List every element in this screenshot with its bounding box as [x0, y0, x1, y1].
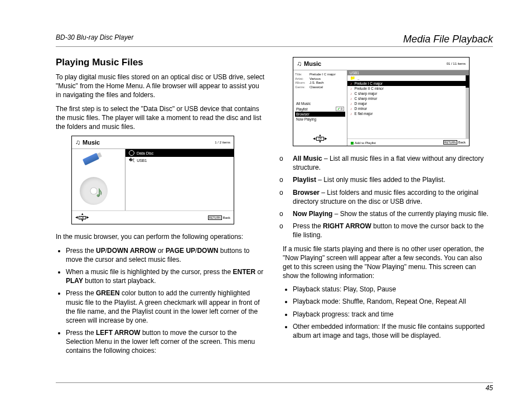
menu-all-music[interactable]: All Music — [295, 101, 345, 106]
choice-all-music: All Music – List all music files in a fl… — [293, 154, 493, 172]
return-hint: RETURNBack — [208, 215, 230, 220]
dpad-ok-hint: ▲ ◀OK▶ ▼ — [75, 213, 89, 222]
file-row[interactable]: ♪Prelude II C minor — [347, 86, 466, 91]
green-button-icon — [351, 142, 354, 145]
note-icon: ♪ — [350, 92, 352, 95]
intro-para-1: To play digital music files stored on an… — [56, 73, 266, 100]
right-column: Music 01 / 11 items Title:Prelude I C ma… — [283, 57, 493, 360]
disc-icon — [80, 177, 108, 205]
selection-menu: All Music Playlist✔0 Browser Now Playing — [295, 101, 345, 122]
choice-right-arrow: Press the RIGHT ARROW button to move the… — [293, 222, 493, 239]
note-on-disc-icon: ♪ — [95, 183, 103, 200]
ui2-counter: 01 / 11 items — [447, 62, 466, 65]
choice-browser: Browser – List folders and music files a… — [293, 188, 493, 206]
info-bullet-2: Playback mode: Shuffle, Random, Repeat O… — [293, 297, 493, 306]
choice-playlist: Playlist – List only music files added t… — [293, 175, 493, 184]
music-browser-root-screenshot: Music 1 / 2 items ♪ Data Disc �ξUSB1 — [71, 136, 234, 224]
note-icon: ♪ — [350, 87, 352, 90]
device-row-data-disc[interactable]: Data Disc — [125, 149, 234, 157]
file-row[interactable]: ♪C sharp minor — [347, 96, 466, 101]
device-row-usb1[interactable]: �ξUSB1 — [125, 157, 234, 164]
menu-playlist[interactable]: Playlist✔0 — [295, 106, 345, 112]
file-row-up[interactable]: .. — [347, 75, 466, 81]
note-icon: ♪ — [350, 102, 352, 106]
ui2-title: Music — [304, 60, 321, 67]
note-icon: ♪ — [350, 97, 352, 100]
file-row[interactable]: ♪D major — [347, 101, 466, 106]
choice-now-playing: Now Playing – Show the status of the cur… — [293, 209, 493, 218]
op-bullet-1: Press the UP/DOWN ARROW or PAGE UP/DOWN … — [66, 246, 266, 264]
note-icon: ♪ — [350, 112, 352, 116]
info-bullet-3: Playback progress: track and time — [293, 310, 493, 319]
return-hint: RETURNBack — [443, 140, 466, 145]
info-bullet-1: Playback status: Play, Stop, Pause — [293, 285, 493, 294]
now-playing-para: If a music file starts playing and there… — [283, 245, 493, 281]
music-icon — [75, 138, 80, 146]
left-column: Playing Music Files To play digital musi… — [56, 57, 266, 360]
music-icon — [297, 60, 302, 68]
op-bullet-2: When a music file is highlighted by the … — [66, 267, 266, 285]
menu-now-playing[interactable]: Now Playing — [295, 117, 345, 122]
page-number: 45 — [486, 384, 493, 392]
menu-browser[interactable]: Browser — [295, 112, 345, 117]
file-row[interactable]: ♪E flat major — [347, 111, 466, 116]
disc-small-icon — [129, 150, 134, 156]
page-footer: 45 — [56, 382, 493, 392]
file-row[interactable]: ♪Prelude I C major — [347, 81, 466, 86]
music-browser-files-screenshot: Music 01 / 11 items Title:Prelude I C ma… — [293, 57, 470, 146]
header-section: Media File Playback — [403, 33, 493, 45]
playlist-count-badge: ✔0 — [336, 107, 344, 111]
info-bullet-4: Other embedded information: If the music… — [293, 322, 493, 340]
add-to-playlist-hint: Add to Playlist — [351, 141, 376, 145]
folder-icon — [350, 76, 355, 80]
usb-small-icon: �ξ — [129, 158, 134, 162]
section-title: Playing Music Files — [56, 57, 266, 68]
file-row[interactable]: ♪C sharp major — [347, 91, 466, 96]
ui1-counter: 1 / 2 items — [215, 141, 230, 144]
note-icon: ♪ — [350, 82, 352, 85]
page-header: BD-30 Blu-ray Disc Player Media File Pla… — [56, 33, 493, 47]
op-bullet-4: Press the LEFT ARROW button to move the … — [66, 328, 266, 356]
header-model: BD-30 Blu-ray Disc Player — [56, 33, 133, 45]
ui1-artwork: ♪ — [72, 149, 125, 210]
file-row[interactable]: ♪D minor — [347, 106, 466, 111]
dpad-ok-hint: ▲ ◀OK▶ ▼ — [295, 134, 345, 143]
op-bullet-3: Press the GREEN color button to add the … — [66, 289, 266, 325]
ui1-title: Music — [83, 139, 100, 146]
usb-stick-icon — [83, 153, 99, 166]
track-metadata: Title:Prelude I C major Artist:Various A… — [295, 73, 345, 89]
location-crumb: USB1 — [347, 70, 469, 75]
intro-para-2: The first step is to select the "Data Di… — [56, 104, 266, 132]
ops-intro: In the music browser, you can perform th… — [56, 232, 266, 241]
scrollbar-thumb[interactable] — [466, 75, 469, 88]
note-icon: ♪ — [350, 107, 352, 111]
